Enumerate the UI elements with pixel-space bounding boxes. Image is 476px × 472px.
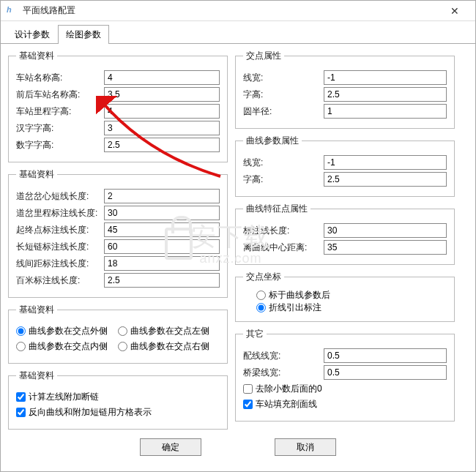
label-cross-charh: 字高: [243, 89, 324, 101]
check-left-chain[interactable] [16, 392, 26, 402]
label-cross-linew: 线宽: [243, 72, 324, 84]
group-legend: 其它 [243, 328, 267, 340]
group-basic-1: 基础资料 车站名称高: 前后车站名称高: 车站里程字高: 汉字字高: 数字字高: [8, 50, 228, 162]
label-station-name-h: 车站名称高: [16, 72, 104, 84]
radio-curve-left[interactable] [118, 326, 127, 336]
label-cross-radius: 圆半径: [243, 105, 324, 118]
radio-label: 曲线参数在交点内侧 [29, 340, 108, 353]
input-adj-station-name-h[interactable] [104, 87, 220, 102]
input-center-dist[interactable] [324, 240, 447, 255]
group-basic-3: 基础资料 曲线参数在交点外侧 曲线参数在交点左侧 曲线参数在交点内侧 曲线参数在… [8, 304, 228, 364]
label-cfg-w: 配线线宽: [243, 350, 324, 362]
ok-button[interactable]: 确定 [140, 438, 201, 456]
label-chain-len: 长短链标注线长度: [16, 241, 104, 253]
radio-curve-right[interactable] [118, 342, 127, 351]
group-basic-4: 基础资料 计算左线附加断链 反向曲线和附加短链用方格表示 [8, 370, 228, 430]
label-turnout-core-len: 道岔岔心短线长度: [16, 190, 104, 203]
label-start-end-len: 起终点标注线长度: [16, 224, 104, 236]
check-reverse-grid[interactable] [16, 408, 26, 417]
label-bridge-w: 桥梁线宽: [243, 367, 324, 379]
group-curve-attr: 曲线参数属性 线宽: 字高: [235, 135, 455, 197]
tabstrip: 设计参数 绘图参数 [1, 24, 475, 44]
input-cross-charh[interactable] [324, 87, 447, 102]
input-bridge-w[interactable] [324, 365, 447, 380]
close-icon[interactable]: ✕ [440, 5, 469, 17]
label-num-h: 数字字高: [16, 139, 104, 151]
group-legend: 基础资料 [16, 370, 57, 382]
tab-draw-params[interactable]: 绘图参数 [58, 25, 109, 44]
group-cross-attr: 交点属性 线宽: 字高: 圆半径: [235, 50, 455, 129]
group-other: 其它 配线线宽: 桥梁线宽: 去除小数后面的0 车站填充剖面线 [235, 328, 455, 422]
window-title: 平面线路配置 [23, 4, 440, 17]
radio-label: 折线引出标注 [269, 301, 321, 314]
group-legend: 曲线特征点属性 [243, 203, 310, 215]
input-curve-charh[interactable] [324, 172, 447, 187]
radio-curve-inside[interactable] [16, 342, 26, 351]
check-label: 计算左线附加断链 [29, 391, 99, 403]
group-legend: 交点坐标 [243, 271, 284, 283]
input-hundred-len[interactable] [104, 273, 220, 288]
input-num-h[interactable] [104, 138, 220, 152]
radio-label: 曲线参数在交点右侧 [130, 340, 209, 353]
dialog-buttons: 确定 取消 [1, 432, 475, 460]
check-label: 去除小数后面的0 [256, 383, 322, 395]
group-cross-coord: 交点坐标 标于曲线参数后 折线引出标注 [235, 271, 455, 322]
radio-label: 标于曲线参数后 [269, 289, 330, 301]
tab-design-params[interactable]: 设计参数 [7, 25, 58, 44]
input-cfg-w[interactable] [324, 348, 447, 363]
app-icon: h [7, 5, 18, 17]
group-legend: 交点属性 [243, 50, 284, 62]
label-curve-linew: 线宽: [243, 157, 324, 169]
group-basic-2: 基础资料 道岔岔心短线长度: 道岔里程标注线长度: 起终点标注线长度: 长短链标… [8, 168, 228, 298]
check-label: 车站填充剖面线 [256, 398, 317, 411]
input-start-end-len[interactable] [104, 222, 220, 237]
input-turnout-core-len[interactable] [104, 189, 220, 203]
radio-curve-outside[interactable] [16, 326, 26, 336]
label-turnout-mile-len: 道岔里程标注线长度: [16, 207, 104, 220]
input-chain-len[interactable] [104, 239, 220, 254]
check-label: 反向曲线和附加短链用方格表示 [29, 406, 152, 419]
titlebar: h 平面线路配置 ✕ [1, 1, 475, 21]
radio-after-curve[interactable] [256, 291, 266, 300]
input-cross-linew[interactable] [324, 70, 447, 85]
input-station-mileage-h[interactable] [104, 104, 220, 119]
cancel-button[interactable]: 取消 [275, 438, 336, 456]
group-legend: 基础资料 [16, 50, 57, 62]
label-center-dist: 离曲线中心距离: [243, 241, 324, 254]
label-ann-len: 标注线长度: [243, 225, 324, 237]
label-section-len: 线间距标注线长度: [16, 258, 104, 270]
check-station-hatch[interactable] [243, 400, 253, 409]
label-hundred-len: 百米标注线长度: [16, 274, 104, 287]
input-section-len[interactable] [104, 256, 220, 271]
label-curve-charh: 字高: [243, 173, 324, 186]
input-station-name-h[interactable] [104, 70, 220, 85]
label-adj-station-name-h: 前后车站名称高: [16, 89, 104, 101]
label-hanzi-h: 汉字字高: [16, 122, 104, 135]
label-station-mileage-h: 车站里程字高: [16, 105, 104, 118]
input-ann-len[interactable] [324, 223, 447, 238]
radio-label: 曲线参数在交点外侧 [29, 325, 108, 337]
input-cross-radius[interactable] [324, 104, 447, 119]
radio-polyline-out[interactable] [256, 303, 266, 312]
input-turnout-mile-len[interactable] [104, 206, 220, 220]
group-legend: 曲线参数属性 [243, 135, 302, 147]
radio-label: 曲线参数在交点左侧 [130, 325, 209, 337]
check-trim-zero[interactable] [243, 384, 253, 394]
group-curve-feature: 曲线特征点属性 标注线长度: 离曲线中心距离: [235, 203, 455, 265]
input-hanzi-h[interactable] [104, 121, 220, 135]
group-legend: 基础资料 [16, 168, 57, 181]
input-curve-linew[interactable] [324, 155, 447, 170]
group-legend: 基础资料 [16, 304, 57, 316]
